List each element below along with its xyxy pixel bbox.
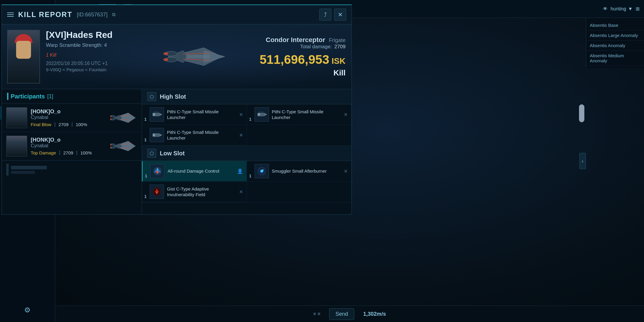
eye-icon-btn[interactable]: 👁 xyxy=(603,6,608,12)
equip-qty-low-3: 1 xyxy=(144,194,147,199)
right-panel-item-2[interactable]: Absentis Large Anomaly xyxy=(586,30,644,41)
stat-divider-2: | xyxy=(72,122,73,127)
participant-face-2 xyxy=(7,136,27,156)
equip-icon-afterburner xyxy=(255,164,269,178)
ship-display xyxy=(134,27,238,86)
gear-icon[interactable]: ⚙ xyxy=(21,304,33,316)
bottom-hamburger-icon: ≡ xyxy=(318,311,320,317)
equip-item-low-2[interactable]: 1 Smuggler Small Afterburner ✕ xyxy=(247,161,352,182)
equip-close-high-3[interactable]: ✕ xyxy=(239,132,243,138)
kill-info-panel: Condor Interceptor Frigate Total damage:… xyxy=(250,24,352,89)
topbar-right-group: 👁 hunting ▼ ⊞ xyxy=(603,6,640,12)
svg-point-47 xyxy=(262,169,264,171)
right-panel-item-1[interactable]: Absentis Base xyxy=(586,20,644,30)
modal-id: [ID:6657637] xyxy=(77,12,108,18)
footer-text-1 xyxy=(11,166,47,169)
title-bar-accent xyxy=(7,93,8,100)
participant-name-1: [HONK]O_o xyxy=(31,109,110,115)
low-slot-grid: 1 All-round Damage Control 👤 xyxy=(142,161,352,202)
low-slot-icon: ⬡ xyxy=(147,149,156,158)
equip-empty-cell xyxy=(247,125,352,145)
svg-point-46 xyxy=(261,170,263,172)
kill-type: Kill xyxy=(334,68,346,78)
hamburger-menu[interactable] xyxy=(7,13,14,17)
participant-ship-2: Cynabal xyxy=(31,143,110,148)
copy-id-icon[interactable]: ⧉ xyxy=(112,12,115,17)
equip-item-high-2[interactable]: 1 Pithi C-Type Small Missile Launcher xyxy=(247,104,352,125)
svg-point-41 xyxy=(156,171,159,174)
participant-name-2: [HONK]O_o xyxy=(31,137,110,143)
send-button[interactable]: Send xyxy=(329,308,354,320)
export-button[interactable]: ⤴ xyxy=(319,9,331,21)
filter-label: hunting xyxy=(611,6,626,12)
high-slot-section: ⬡ High Slot 1 xyxy=(142,89,352,146)
isk-row: 511,696,953 ISK xyxy=(260,53,346,66)
close-modal-button[interactable]: ✕ xyxy=(334,9,346,21)
equip-qty-low-1: 1 xyxy=(145,174,147,178)
equip-name-low-1: All-round Damage Control xyxy=(168,168,219,174)
bottom-left: ≡ ≡ xyxy=(313,311,321,317)
content-split: Participants [1] [HONK]O_o Cynabal Final… xyxy=(2,89,352,214)
isk-value: 511,696,953 xyxy=(260,53,329,66)
total-damage-value: 2709 xyxy=(334,44,346,50)
svg-rect-38 xyxy=(153,134,155,136)
participant-stats-1: Final Blow | 2709 | 100% xyxy=(31,122,110,127)
kill-report-modal: KILL REPORT [ID:6657637] ⧉ ⤴ ✕ [XVI]Hade… xyxy=(1,4,352,215)
equip-icon-damage-control xyxy=(150,164,165,178)
equip-icon-missile-2 xyxy=(255,107,269,122)
bottom-bar: ≡ ≡ Send 1,302m/s xyxy=(55,306,644,322)
ship-type: Frigate xyxy=(329,37,346,43)
isk-unit: ISK xyxy=(332,56,346,66)
equip-close-high-1[interactable]: ✕ xyxy=(239,112,243,117)
ship-info: Condor Interceptor Frigate xyxy=(266,36,346,44)
stat-divider-4: | xyxy=(76,150,78,155)
equip-name-low-2: Smuggler Small Afterburner xyxy=(272,168,327,174)
low-slot-section: ⬡ Low Slot 1 xyxy=(142,146,352,202)
right-panel-item-4[interactable]: Absentis Medium Anomaly xyxy=(586,51,644,66)
right-panel-item-3[interactable]: Absentis Anomaly xyxy=(586,41,644,51)
equip-empty-low xyxy=(247,182,352,202)
final-blow-label: Final Blow xyxy=(31,122,51,127)
high-slot-icon: ⬡ xyxy=(147,92,156,101)
filter-icon[interactable]: ⊞ xyxy=(636,6,640,12)
chevron-down-icon: ▼ xyxy=(628,6,633,12)
stat-divider: | xyxy=(54,122,55,127)
top-damage-label: Top Damage xyxy=(31,150,56,155)
filter-dropdown[interactable]: hunting ▼ xyxy=(611,6,633,12)
equip-qty-low-2: 1 xyxy=(249,174,252,178)
footer-text-2 xyxy=(11,171,35,174)
victim-face-image xyxy=(8,30,39,83)
equip-icon-missile-1 xyxy=(150,107,164,122)
equip-item-low-3[interactable]: 1 Gist C-Type Adaptive Invulnerability F… xyxy=(142,182,247,202)
equipment-panel: ⬡ High Slot 1 xyxy=(142,89,352,214)
participant-row-1[interactable]: [HONK]O_o Cynabal Final Blow | 2709 | 10… xyxy=(2,104,142,132)
equip-close-low-2[interactable]: ✕ xyxy=(344,168,348,174)
participant-info-2: [HONK]O_o Cynabal Top Damage | 2709 | 10… xyxy=(31,137,110,155)
scroll-indicator[interactable] xyxy=(579,104,584,122)
collapse-right-panel-btn[interactable]: ‹ xyxy=(579,153,586,169)
modal-title: KILL REPORT xyxy=(18,10,72,19)
equip-close-low-3[interactable]: ✕ xyxy=(239,189,243,195)
footer-icon xyxy=(6,164,9,176)
participant-ship-icon-1 xyxy=(110,110,137,126)
svg-point-51 xyxy=(156,192,158,194)
equip-close-high-2[interactable]: ✕ xyxy=(344,112,348,117)
participants-footer xyxy=(2,160,142,179)
equip-item-high-3[interactable]: 1 Pithi C-Type Small Missile Launcher ✕ xyxy=(142,125,247,145)
svg-marker-32 xyxy=(265,113,267,116)
participants-panel: Participants [1] [HONK]O_o Cynabal Final… xyxy=(2,89,142,214)
low-slot-name: Low Slot xyxy=(160,150,185,157)
participants-footer-row xyxy=(6,164,137,176)
participant-row-2[interactable]: [HONK]O_o Cynabal Top Damage | 2709 | 10… xyxy=(2,132,142,160)
equip-name-high-3: Pithi C-Type Small Missile Launcher xyxy=(167,129,236,141)
equip-item-high-1[interactable]: 1 Pithi C-Type Small Missile Launcher xyxy=(142,104,247,125)
stat-divider-3: | xyxy=(59,150,60,155)
svg-rect-33 xyxy=(258,113,260,116)
equip-qty: 1 xyxy=(144,117,147,122)
export-icon: ⤴ xyxy=(324,11,327,18)
svg-rect-9 xyxy=(186,55,210,58)
equip-item-low-1[interactable]: 1 All-round Damage Control 👤 xyxy=(142,161,247,182)
svg-point-6 xyxy=(163,58,168,61)
damage-pct-1: 100% xyxy=(76,122,87,127)
damage-amount-2: 2709 xyxy=(63,150,73,155)
